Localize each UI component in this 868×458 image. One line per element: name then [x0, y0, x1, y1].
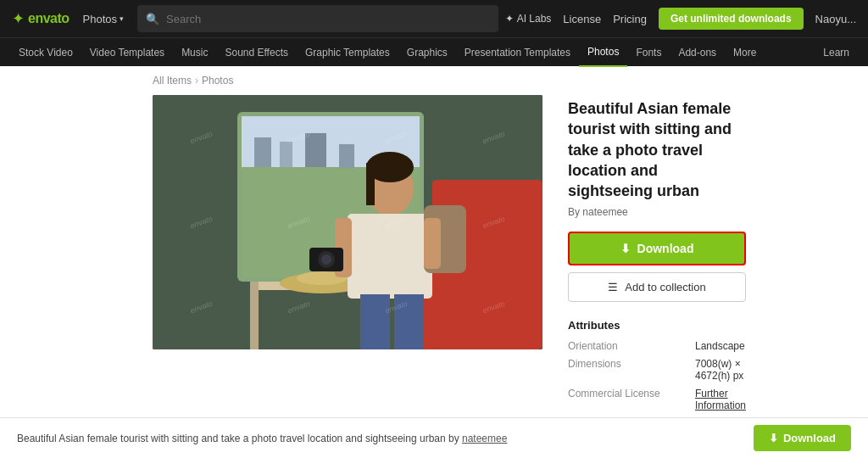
bottom-download-icon: ⬇ — [769, 432, 778, 444]
secondary-nav-item-sound-effects[interactable]: Sound Effects — [216, 38, 297, 67]
star-icon: ✦ — [505, 13, 514, 25]
svg-rect-25 — [360, 294, 390, 349]
unlimited-btn[interactable]: Get unlimited downloads — [659, 8, 804, 30]
ai-labs-btn[interactable]: ✦ AI Labs — [505, 13, 552, 25]
svg-rect-7 — [305, 133, 326, 167]
svg-rect-18 — [348, 214, 432, 299]
svg-rect-21 — [424, 218, 441, 269]
learn-link[interactable]: Learn — [815, 47, 858, 59]
nav-right-area: ✦ AI Labs License Pricing Get unlimited … — [505, 8, 856, 30]
orientation-label: Orientation — [568, 340, 678, 352]
secondary-nav-item-graphic-templates[interactable]: Graphic Templates — [297, 38, 398, 67]
photo-container: envato envato envato envato envato envat… — [153, 95, 542, 349]
pricing-link[interactable]: Pricing — [613, 13, 647, 25]
secondary-nav: Stock Video Video Templates Music Sound … — [0, 37, 868, 66]
download-button[interactable]: ⬇ Download — [568, 232, 746, 265]
secondary-nav-item-music[interactable]: Music — [173, 38, 216, 67]
bottom-download-button[interactable]: ⬇ Download — [754, 425, 851, 451]
license-link[interactable]: License — [563, 13, 601, 25]
photos-dropdown-btn[interactable]: Photos ▾ — [76, 9, 131, 29]
photo-title: Beautiful Asian female tourist with sitt… — [568, 98, 746, 201]
details-section: Beautiful Asian female tourist with sitt… — [568, 95, 746, 411]
bottom-download-label: Download — [783, 432, 836, 444]
attribute-row-license: Commercial License Further Information — [568, 388, 746, 411]
orientation-value: Landscape — [695, 340, 745, 352]
attribute-row-dimensions: Dimensions 7008(w) × 4672(h) px — [568, 358, 746, 382]
download-btn-label: Download — [637, 242, 694, 255]
author-link[interactable]: nateemee — [582, 206, 627, 218]
collection-icon: ☰ — [608, 281, 618, 293]
svg-rect-17 — [366, 163, 375, 205]
svg-point-24 — [321, 254, 331, 265]
bottom-author-link[interactable]: nateemee — [462, 433, 507, 444]
license-link[interactable]: Further Information — [695, 388, 746, 411]
attributes-title: Attributes — [568, 319, 746, 332]
top-nav: ✦ envato Photos ▾ 🔍 ✦ AI Labs License Pr… — [0, 0, 868, 37]
main-content: envato envato envato envato envato envat… — [0, 95, 868, 428]
chevron-down-icon: ▾ — [120, 14, 124, 23]
photo-illustration — [153, 95, 542, 349]
svg-rect-6 — [280, 142, 292, 167]
logo[interactable]: ✦ envato — [12, 9, 70, 28]
logo-text: envato — [28, 11, 70, 26]
secondary-nav-item-more[interactable]: More — [725, 38, 765, 67]
attribute-row-orientation: Orientation Landscape — [568, 340, 746, 352]
svg-rect-12 — [250, 282, 259, 349]
breadcrumb-all-items[interactable]: All Items — [153, 75, 192, 87]
author-prefix: By — [568, 206, 580, 218]
attributes-section: Attributes Orientation Landscape Dimensi… — [568, 319, 746, 411]
dimensions-value: 7008(w) × 4672(h) px — [695, 358, 746, 382]
bottom-text-content: Beautiful Asian female tourist with sitt… — [17, 433, 459, 444]
search-input[interactable] — [166, 13, 490, 25]
breadcrumb: All Items › Photos — [0, 66, 868, 95]
add-collection-button[interactable]: ☰ Add to collection — [568, 272, 746, 302]
add-collection-label: Add to collection — [625, 281, 705, 293]
download-icon: ⬇ — [620, 242, 631, 255]
breadcrumb-photos[interactable]: Photos — [202, 75, 233, 87]
license-label: Commercial License — [568, 388, 678, 411]
secondary-nav-item-fonts[interactable]: Fonts — [627, 38, 670, 67]
secondary-nav-item-stock-video[interactable]: Stock Video — [10, 38, 81, 67]
secondary-nav-item-graphics[interactable]: Graphics — [398, 38, 456, 67]
secondary-nav-item-presentation[interactable]: Presentation Templates — [456, 38, 579, 67]
secondary-nav-item-video-templates[interactable]: Video Templates — [81, 38, 173, 67]
secondary-nav-item-photos[interactable]: Photos — [579, 38, 627, 67]
logo-icon: ✦ — [12, 9, 25, 28]
photos-btn-label: Photos — [83, 13, 117, 25]
svg-rect-26 — [394, 294, 424, 349]
svg-rect-8 — [339, 144, 354, 168]
ai-labs-label: AI Labs — [517, 13, 552, 25]
breadcrumb-separator: › — [195, 75, 198, 87]
bottom-bar: Beautiful Asian female tourist with sitt… — [0, 417, 868, 458]
bottom-bar-text: Beautiful Asian female tourist with sitt… — [17, 433, 754, 444]
user-menu[interactable]: Naoyu... — [815, 13, 856, 25]
secondary-nav-item-addons[interactable]: Add-ons — [670, 38, 725, 67]
search-bar[interactable]: 🔍 — [137, 5, 498, 32]
image-section: envato envato envato envato envato envat… — [153, 95, 542, 349]
dimensions-label: Dimensions — [568, 358, 678, 382]
search-icon: 🔍 — [146, 13, 159, 25]
svg-rect-5 — [254, 137, 271, 167]
photo-author-line: By nateemee — [568, 206, 746, 218]
